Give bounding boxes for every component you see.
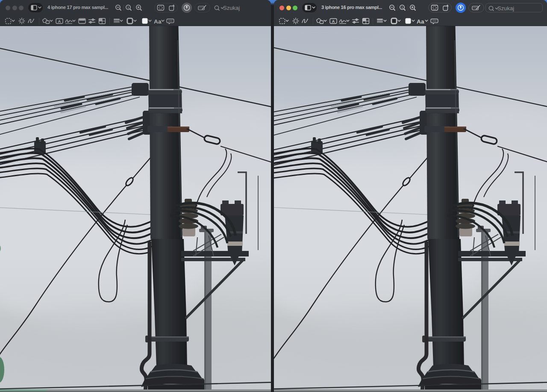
svg-text:1: 1 xyxy=(127,6,129,9)
svg-text:A: A xyxy=(332,19,335,23)
svg-text:1: 1 xyxy=(401,6,403,9)
svg-text:A: A xyxy=(58,19,61,23)
